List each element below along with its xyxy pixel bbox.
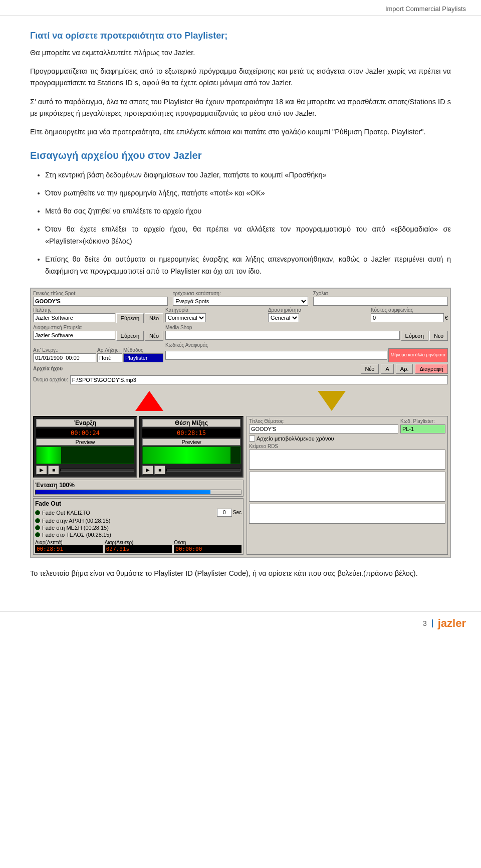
volume-label: Ένταση 100% bbox=[35, 482, 242, 489]
schedules-area bbox=[313, 297, 448, 306]
filename-label: Όνομα αρχείου: bbox=[33, 377, 68, 382]
cat-row: Κατηγορία Commercial Δραστηριότητα Gener… bbox=[165, 307, 448, 322]
playlister-code-label: Κωδ. Playlister: bbox=[400, 418, 445, 424]
bullet-list: Στη κεντρική βάση δεδομένων διαφημίσεων … bbox=[45, 169, 451, 277]
find-company-btn[interactable]: Εύρεση bbox=[116, 331, 144, 341]
position-group: Θέση 00:00:00 bbox=[174, 540, 242, 553]
cat-group: Κατηγορία Commercial Δραστηριότητα Gener… bbox=[165, 307, 448, 323]
add-audio-btn[interactable]: Α bbox=[381, 364, 393, 374]
section1-para3: Σ' αυτό το παράδειγμα, όλα τα σποτς του … bbox=[30, 96, 451, 119]
spot-title-input[interactable] bbox=[33, 297, 168, 306]
to-label: Αρ.Λήξης: bbox=[97, 347, 122, 353]
find-media-btn[interactable]: Εύρεση bbox=[401, 331, 428, 341]
section2-heading: Εισαγωγή αρχείου ήχου στον Jazler bbox=[30, 150, 451, 161]
section1-title: Γιατί να ορίσετε προτεραιότητα στο Playl… bbox=[30, 31, 451, 41]
audio-header-row: Αρχεία ήχου Νέο Α Αρ. Διαγραφή bbox=[33, 364, 448, 374]
play-btn[interactable]: ▶ bbox=[36, 466, 47, 475]
fade-num-input[interactable] bbox=[217, 509, 232, 517]
stop-btn[interactable]: ■ bbox=[48, 466, 59, 475]
from-input[interactable] bbox=[33, 353, 96, 362]
activity-group: Δραστηριότητα General bbox=[268, 307, 369, 322]
filename-input[interactable] bbox=[70, 375, 448, 384]
footer-text: Το τελευταίο βήμα είναι να θυμάστε το Pl… bbox=[30, 568, 451, 579]
theme-title-label: Τίτλος Θέματος: bbox=[249, 418, 398, 424]
company-input[interactable] bbox=[33, 331, 115, 340]
jazler-logo: jazler bbox=[438, 617, 466, 630]
volume-bar[interactable] bbox=[35, 490, 242, 495]
checkbox-row: Αρχείο μεταβολλόμενου χρόνου bbox=[249, 436, 445, 442]
preview2-btn[interactable]: Preview bbox=[142, 439, 241, 446]
dur-seconds-val: 027,91s bbox=[105, 545, 172, 553]
refcode-group: Κωδικός Αναφοράς Μήνυμα και άλλα μηνύματ… bbox=[165, 342, 448, 362]
section1-para4: Είτε δημιουργείτε μια νέα προτεραιότητα,… bbox=[30, 126, 451, 138]
arrow-down-icon bbox=[318, 391, 346, 411]
fade-item-3: Fade στη ΜΕΣΗ (00:28:15) bbox=[35, 525, 242, 531]
red-action-btn[interactable]: Μήνυμα και άλλα μηνύματα bbox=[388, 348, 448, 362]
preview1-btn[interactable]: Preview bbox=[36, 439, 134, 446]
waveform2-fill bbox=[143, 447, 230, 464]
from-label: Απ' Ενεργ.: bbox=[33, 347, 96, 353]
status-select[interactable]: Ενεργά Spots bbox=[173, 297, 308, 306]
volume-fill bbox=[36, 490, 210, 494]
rds-input[interactable] bbox=[249, 450, 445, 470]
activity-label: Δραστηριότητα bbox=[268, 307, 369, 313]
page-header: Import Commercial Playlists bbox=[0, 0, 481, 16]
playlister-code-input[interactable] bbox=[400, 424, 445, 433]
to-input[interactable] bbox=[97, 353, 122, 362]
rds-label: Κείμενο RDS bbox=[249, 444, 445, 449]
play2-btn[interactable]: ▶ bbox=[142, 466, 153, 475]
controls1: ▶ ■ bbox=[36, 466, 134, 475]
company-group: Διαφημιστική Εταιρεία Εύρεση Νέο bbox=[33, 325, 163, 341]
client-input[interactable] bbox=[33, 313, 115, 322]
fade-start-label: Fade στην ΑΡΧΗ (00:28:15) bbox=[42, 518, 111, 524]
variable-time-checkbox[interactable] bbox=[249, 436, 255, 442]
currency: € bbox=[445, 315, 448, 321]
audio-label: Αρχεία ήχου bbox=[33, 366, 63, 371]
theme-title-input[interactable] bbox=[249, 424, 398, 433]
waveform2 bbox=[142, 447, 241, 464]
comments-area[interactable] bbox=[249, 472, 445, 502]
fade-dot-3 bbox=[35, 525, 40, 530]
media-input[interactable] bbox=[165, 331, 400, 340]
bullet-item-2: Όταν ρωτηθείτε να την ημερομηνία λήξης, … bbox=[45, 187, 451, 199]
fade-title: Fade Out bbox=[35, 500, 242, 507]
edit-audio-btn[interactable]: Αρ. bbox=[396, 364, 413, 374]
fade-item-2: Fade στην ΑΡΧΗ (00:28:15) bbox=[35, 518, 242, 524]
category-select[interactable]: Commercial bbox=[165, 313, 206, 322]
refcode-input[interactable] bbox=[165, 351, 387, 360]
spot-title-group: Γενικός τίτλος Spot: bbox=[33, 291, 168, 306]
find-client-btn[interactable]: Εύρεση bbox=[116, 313, 144, 323]
screenshot: Γενικός τίτλος Spot: τρέχουσα κατάσταση:… bbox=[30, 288, 451, 558]
fade-closed-label: Fade Out ΚΛΕΙΣΤΟ bbox=[42, 510, 90, 516]
new-audio-btn[interactable]: Νέο bbox=[361, 364, 379, 374]
fade-dot-2 bbox=[35, 518, 40, 523]
duration-row: Διαρ(Λεπτά) 00:28:91 Διαρ(Δευτερ) 027,91… bbox=[35, 540, 242, 553]
delete-audio-btn[interactable]: Διαγραφή bbox=[415, 364, 448, 374]
new-client-btn[interactable]: Νέο bbox=[145, 313, 163, 323]
jazler-logo-text: jazler bbox=[438, 617, 466, 629]
new-company-btn[interactable]: Νέο bbox=[145, 331, 163, 341]
fade-item-1: Fade Out ΚΛΕΙΣΤΟ Sec bbox=[35, 509, 242, 517]
method-input[interactable] bbox=[123, 353, 163, 362]
start-time-display: 00:00:24 bbox=[36, 428, 134, 438]
audio-panels: Έναρξη 00:00:24 Preview ▶ ■ bbox=[33, 416, 244, 478]
bullet-item-4: Όταν θα έχετε επιλέξει το αρχείο ήχου, θ… bbox=[45, 224, 451, 248]
new-media-btn[interactable]: Νεο bbox=[429, 331, 448, 341]
seek-bar2[interactable] bbox=[166, 469, 241, 472]
cost-input[interactable] bbox=[371, 313, 444, 322]
dur-seconds-label: Διαρ(Δευτερ) bbox=[105, 540, 172, 545]
method-group: Μέθοδος bbox=[123, 347, 163, 362]
start-panel-label: Έναρξη bbox=[36, 419, 134, 427]
dur-minutes-group: Διαρ(Λεπτά) 00:28:91 bbox=[35, 540, 103, 553]
media-row: Εύρεση Νεο bbox=[165, 331, 448, 341]
to-group: Αρ.Λήξης: bbox=[97, 347, 122, 362]
stop2-btn[interactable]: ■ bbox=[154, 466, 165, 475]
waveform1-fill bbox=[37, 447, 61, 464]
arrow-up-icon bbox=[135, 391, 163, 411]
cost-group: Κόστος συμφωνίας € bbox=[371, 307, 448, 322]
activity-select[interactable]: General bbox=[268, 313, 299, 322]
company-label: Διαφημιστική Εταιρεία bbox=[33, 325, 163, 330]
audio-panels-left: Έναρξη 00:00:24 Preview ▶ ■ bbox=[33, 416, 244, 555]
seek-bar1[interactable] bbox=[60, 469, 134, 472]
fourth-row: Απ' Ενεργ.: Αρ.Λήξης: Μέθοδος Κωδικός Αν… bbox=[33, 342, 448, 362]
